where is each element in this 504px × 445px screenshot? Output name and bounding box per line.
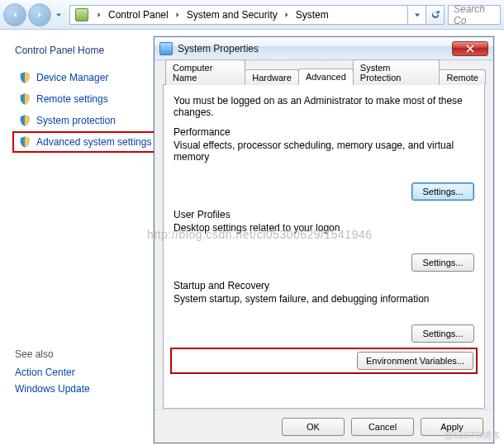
nav-forward-button[interactable] — [28, 3, 51, 26]
tab-system-protection[interactable]: System Protection — [353, 59, 440, 85]
environment-variables-button[interactable]: Environment Variables... — [357, 352, 473, 370]
user-profiles-group: User Profiles Desktop settings related t… — [174, 209, 474, 272]
breadcrumb-root-icon[interactable] — [72, 6, 93, 24]
system-properties-dialog: System Properties Computer Name Hardware… — [154, 36, 494, 443]
advanced-tab-panel: You must be logged on as an Administrato… — [163, 85, 485, 409]
task-label: Device Manager — [36, 72, 108, 83]
startup-title: Startup and Recovery — [174, 280, 474, 291]
tab-computer-name[interactable]: Computer Name — [165, 59, 245, 85]
address-bar[interactable]: Control Panel System and Security System — [69, 5, 408, 25]
shield-icon — [18, 92, 31, 106]
performance-desc: Visual effects, processor scheduling, me… — [174, 140, 474, 163]
apply-button[interactable]: Apply — [421, 418, 483, 436]
user-profiles-settings-button[interactable]: Settings... — [411, 253, 474, 272]
see-also-header: See also — [15, 348, 165, 360]
shield-icon — [18, 71, 31, 84]
nav-back-button[interactable] — [3, 3, 26, 26]
task-label: System protection — [36, 115, 116, 126]
task-device-manager[interactable]: Device Manager — [15, 69, 165, 86]
admin-intro-text: You must be logged on as an Administrato… — [174, 95, 474, 118]
task-remote-settings[interactable]: Remote settings — [15, 91, 165, 107]
startup-settings-button[interactable]: Settings... — [411, 324, 474, 343]
shield-icon — [18, 135, 31, 149]
dialog-title: System Properties — [178, 43, 452, 54]
link-action-center[interactable]: Action Center — [15, 367, 165, 378]
control-panel-icon — [75, 8, 88, 21]
task-label: Remote settings — [36, 93, 108, 105]
breadcrumb-system-and-security[interactable]: System and Security — [183, 6, 281, 24]
user-profiles-title: User Profiles — [174, 209, 474, 220]
dialog-footer: OK Cancel Apply — [155, 409, 493, 443]
shield-icon — [18, 114, 31, 127]
user-profiles-desc: Desktop settings related to your logon — [174, 222, 474, 234]
breadcrumb-chevron-2[interactable] — [281, 6, 292, 24]
breadcrumb-control-panel[interactable]: Control Panel — [105, 6, 172, 24]
tab-advanced[interactable]: Advanced — [298, 69, 354, 85]
breadcrumb-root-chevron[interactable] — [93, 6, 105, 24]
performance-title: Performance — [174, 126, 474, 138]
startup-recovery-group: Startup and Recovery System startup, sys… — [174, 280, 474, 343]
tab-strip: Computer Name Hardware Advanced System P… — [163, 67, 485, 85]
link-windows-update[interactable]: Windows Update — [15, 383, 165, 395]
tab-hardware[interactable]: Hardware — [245, 69, 299, 85]
task-advanced-system-settings[interactable]: Advanced system settings — [15, 134, 165, 150]
tab-remote[interactable]: Remote — [439, 69, 486, 85]
system-icon — [159, 42, 173, 55]
close-button[interactable] — [452, 41, 488, 56]
dialog-titlebar[interactable]: System Properties — [155, 37, 493, 60]
address-history-dropdown[interactable] — [408, 5, 426, 25]
performance-settings-button[interactable]: Settings... — [411, 182, 474, 201]
breadcrumb-chevron-1[interactable] — [172, 6, 183, 24]
startup-desc: System startup, system failure, and debu… — [174, 293, 474, 305]
search-input[interactable]: Search Co — [448, 5, 501, 25]
ok-button[interactable]: OK — [282, 418, 345, 436]
cancel-button[interactable]: Cancel — [351, 418, 414, 436]
refresh-button[interactable] — [426, 5, 445, 25]
task-system-protection[interactable]: System protection — [15, 112, 165, 129]
breadcrumb-system[interactable]: System — [292, 6, 332, 24]
explorer-toolbar: Control Panel System and Security System… — [0, 0, 504, 30]
control-panel-home-link[interactable]: Control Panel Home — [15, 45, 165, 56]
task-label: Advanced system settings — [36, 136, 151, 148]
nav-history-dropdown[interactable] — [53, 3, 64, 26]
left-pane: Control Panel Home Device Manager Remote… — [0, 30, 174, 445]
performance-group: Performance Visual effects, processor sc… — [174, 126, 474, 201]
